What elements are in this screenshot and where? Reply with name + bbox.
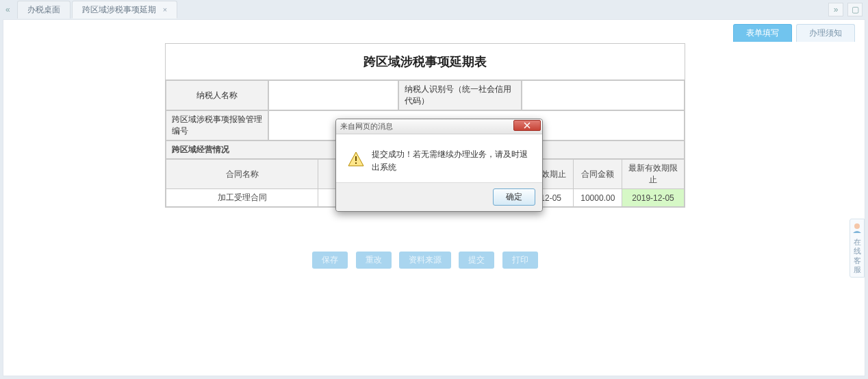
page: 表单填写 办理须知 跨区域涉税事项延期表 纳税人名称 纳税人识别号（统一社会信用… [3, 19, 865, 376]
cell-latest-valid[interactable]: 2019-12-05 [622, 189, 685, 207]
submit-button[interactable]: 提交 [459, 252, 494, 269]
chevrons-left-icon[interactable]: « [5, 5, 10, 14]
reset-button[interactable]: 重改 [356, 252, 392, 269]
dialog-title: 来自网页的消息 [340, 121, 393, 132]
maximize-icon[interactable]: ▢ [847, 3, 863, 16]
tab-bar: « 办税桌面 跨区域涉税事项延期 × » ▢ [0, 0, 868, 19]
online-support-widget[interactable]: 在线客服 [850, 219, 865, 278]
tab-fill-form[interactable]: 表单填写 [733, 24, 792, 42]
svg-rect-0 [355, 156, 357, 161]
tab-fill-form-label: 表单填写 [746, 28, 779, 38]
cell-contract-name: 加工受理合同 [166, 189, 318, 207]
dialog-message: 提交成功！若无需继续办理业务，请及时退出系统 [372, 148, 531, 174]
col-latest-valid: 最新有效期限止 [622, 160, 685, 189]
tab-notice-label: 办理须知 [809, 28, 842, 38]
form-title: 跨区域涉税事项延期表 [166, 44, 685, 80]
support-avatar-icon [852, 222, 863, 233]
tab-current-label: 跨区域涉税事项延期 [82, 4, 156, 16]
close-x-icon [524, 122, 531, 129]
taxpayer-name-label: 纳税人名称 [166, 80, 268, 110]
tab-home[interactable]: 办税桌面 [17, 1, 71, 19]
svg-rect-1 [355, 162, 357, 164]
col-contract-amount: 合同金额 [574, 160, 622, 189]
tab-current[interactable]: 跨区域涉税事项延期 × [72, 1, 177, 19]
action-buttons: 保存 重改 资料来源 提交 打印 [165, 252, 685, 269]
col-contract-name: 合同名称 [166, 160, 318, 189]
alert-dialog: 来自网页的消息 提交成功！若无需继续办理业务，请及时退出系统 确定 [335, 119, 543, 212]
dialog-ok-button[interactable]: 确定 [493, 188, 535, 206]
online-support-label: 在线客服 [852, 238, 863, 274]
chevrons-right-icon[interactable]: » [828, 3, 843, 16]
dialog-close-button[interactable] [513, 120, 541, 131]
tab-notice[interactable]: 办理须知 [796, 24, 855, 42]
warning-icon [347, 151, 365, 174]
cell-contract-amount: 10000.00 [574, 189, 622, 207]
source-button[interactable]: 资料来源 [399, 252, 451, 269]
tab-home-label: 办税桌面 [27, 4, 60, 16]
close-icon[interactable]: × [163, 5, 167, 14]
svg-point-2 [854, 223, 860, 229]
print-button[interactable]: 打印 [502, 252, 538, 269]
taxpayer-id-value [522, 80, 685, 110]
mgmt-no-label: 跨区域涉税事项报验管理编号 [166, 110, 268, 140]
save-button[interactable]: 保存 [312, 252, 348, 269]
taxpayer-id-label: 纳税人识别号（统一社会信用代码） [398, 80, 522, 110]
taxpayer-name-value [268, 80, 398, 110]
